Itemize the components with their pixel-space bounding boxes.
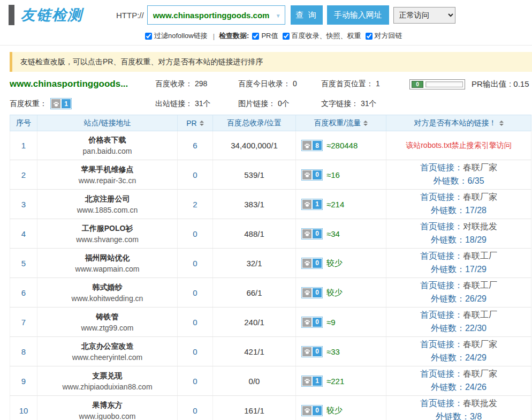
site-name[interactable]: 苹果手机维修点 xyxy=(81,165,134,175)
row-number: 5 xyxy=(21,259,26,268)
site-url-link[interactable]: www.wapmain.com xyxy=(75,265,140,273)
pr-value: 0 xyxy=(193,347,197,356)
site-name[interactable]: 价格表下载 xyxy=(89,136,126,145)
site-cell: 苹果手机维修点 www.repair-3c.cn xyxy=(37,160,178,189)
outlink-count-line: 外链数：17/29 xyxy=(420,264,497,275)
outlink-label: 外链数： xyxy=(436,412,470,420)
baidu-index-cell: 488/1 xyxy=(213,219,296,248)
table-row: 7 铸铁管 www.ztg99.com 0 240/1 0 ≈9 首页链 xyxy=(10,308,531,337)
baidu-weight-badge: 8 xyxy=(301,140,323,151)
outlink-value: 18/29 xyxy=(465,235,487,244)
filter-nofollow-checkbox[interactable] xyxy=(145,33,152,40)
site-url-link[interactable]: www.shvange.com xyxy=(76,235,139,244)
site-url-link[interactable]: www.repair-3c.cn xyxy=(79,176,136,185)
weight-cell: 0 ≈33 xyxy=(296,337,386,366)
baidu-index-cell: 34,400,000/1 xyxy=(213,131,296,160)
site-url-link[interactable]: www.iguobo.com xyxy=(79,412,136,420)
baidu-index-cell: 161/1 xyxy=(213,396,296,420)
header-backlink-sort[interactable]: 对方是否有本站的链接！ xyxy=(386,115,531,131)
pr-cell: 0 xyxy=(178,366,213,395)
outlink-label: 外链数： xyxy=(431,235,465,244)
home-link-line: 首页链接：春联工厂 xyxy=(420,310,497,321)
home-link-line: 首页链接：春联批发 xyxy=(420,398,497,409)
row-number: 6 xyxy=(21,288,26,297)
header-pr-sort[interactable]: PR xyxy=(178,115,213,131)
row-number: 1 xyxy=(21,141,26,150)
backlink-info: 首页链接：春联厂家 外链数：17/28 xyxy=(420,192,497,216)
table-row: 4 工作服POLO衫 www.shvange.com 0 488/1 0 ≈34 xyxy=(10,219,531,249)
outlink-label: 外链数： xyxy=(431,265,465,274)
site-name[interactable]: 福州网站优化 xyxy=(85,253,130,263)
site-url-link[interactable]: www.kohitwedding.cn xyxy=(72,294,143,303)
outlink-label: 外链数： xyxy=(431,294,465,303)
outlink-label: 外链数： xyxy=(431,382,465,392)
row-number-cell: 9 xyxy=(10,366,37,395)
home-link-anchor[interactable]: 春联厂家 xyxy=(463,192,497,201)
home-link-line: 首页链接：对联批发 xyxy=(420,221,497,232)
site-name[interactable]: 韩式婚纱 xyxy=(93,283,123,292)
header-site: 站点/链接地址 xyxy=(37,115,178,131)
backlink-info: 首页链接：春联工厂 外链数：22/30 xyxy=(420,310,497,334)
site-name[interactable]: 工作服POLO衫 xyxy=(82,224,133,234)
pr-checkbox[interactable] xyxy=(252,33,259,40)
outlink-value: 6/35 xyxy=(467,176,484,185)
backlink-info: 首页链接：春联批发 外链数：3/8 xyxy=(420,398,497,420)
outlink-count-line: 外链数：22/30 xyxy=(420,323,497,334)
home-link-anchor[interactable]: 春联工厂 xyxy=(463,281,497,290)
baidu-index-checkbox[interactable] xyxy=(283,33,290,40)
paw-icon xyxy=(302,170,311,179)
baidu-weight-badge: 0 xyxy=(301,346,323,357)
site-url-link[interactable]: www.cheeryintel.com xyxy=(72,353,143,362)
query-button[interactable]: 查 询 xyxy=(291,5,323,25)
backlink-cell: 首页链接：春联工厂 外链数：22/30 xyxy=(386,308,531,336)
home-link-anchor[interactable]: 春联工厂 xyxy=(463,310,497,319)
home-link-anchor[interactable]: 春联厂家 xyxy=(463,369,497,378)
backlink-checkbox[interactable] xyxy=(366,33,373,40)
weight-number: 0 xyxy=(313,259,322,268)
home-link-anchor[interactable]: 春联厂家 xyxy=(463,340,497,349)
manual-input-button[interactable]: 手动输入网址 xyxy=(327,5,389,25)
outlink-value: 26/29 xyxy=(465,294,487,303)
robots-error-text: 该站robots.txt禁止搜索引擎访问 xyxy=(406,141,512,151)
baidu-weight-badge: 0 xyxy=(301,169,323,181)
backlink-cell: 首页链接：春联厂家 外链数：17/28 xyxy=(386,190,531,219)
row-number-cell: 7 xyxy=(10,308,37,336)
row-number-cell: 4 xyxy=(10,219,37,248)
site-name[interactable]: 铸铁管 xyxy=(96,312,119,322)
pr-checkbox-label: PR值 xyxy=(261,31,278,41)
site-url-link[interactable]: pan.baidu.com xyxy=(83,147,132,155)
weight-cell: 1 ≈214 xyxy=(296,190,386,219)
outlink-value: 22/30 xyxy=(465,324,487,333)
table-row: 2 苹果手机维修点 www.repair-3c.cn 0 539/1 0 ≈16 xyxy=(10,160,531,190)
pr-meter: 0 xyxy=(409,79,465,89)
brand-accent-bar xyxy=(9,5,14,25)
site-url-link[interactable]: www.ztg99.com xyxy=(81,324,133,332)
header-weight-sort[interactable]: 百度权重/流量 xyxy=(296,115,386,131)
chevron-down-icon[interactable]: ▼ xyxy=(276,13,281,19)
site-url-link[interactable]: www.zhipiaoduixian88.com xyxy=(62,382,152,391)
site-name[interactable]: 北京办公室改造 xyxy=(81,342,134,351)
site-url-link[interactable]: www.1885.com.cn xyxy=(77,206,138,214)
baidu-weight-badge: 0 xyxy=(301,287,323,298)
site-cell: 福州网站优化 www.wapmain.com xyxy=(37,249,178,278)
site-name[interactable]: 北京注册公司 xyxy=(85,194,130,204)
baidu-index-cell: 66/1 xyxy=(213,278,296,307)
sort-icon xyxy=(363,121,368,126)
pr-meter-track xyxy=(425,81,463,87)
url-input[interactable] xyxy=(148,6,285,24)
home-link-anchor[interactable]: 春联工厂 xyxy=(463,251,497,260)
baidu-index-value: 421/1 xyxy=(244,347,264,356)
url-query-group: HTTP:// ▼ 查 询 手动输入网址 正常访问 xyxy=(116,5,455,25)
check-data-label: 检查数据: xyxy=(219,31,249,41)
traffic-estimate: ≈214 xyxy=(326,200,344,209)
site-name[interactable]: 支票兑现 xyxy=(93,371,123,381)
access-mode-select[interactable]: 正常访问 xyxy=(393,7,455,24)
home-link-anchor[interactable]: 春联批发 xyxy=(463,399,497,408)
home-link-anchor[interactable]: 春联厂家 xyxy=(463,163,497,172)
pr-value: 0 xyxy=(193,318,197,327)
row-number: 2 xyxy=(21,170,26,179)
site-name[interactable]: 果博东方 xyxy=(93,401,123,410)
home-link-anchor[interactable]: 对联批发 xyxy=(463,222,497,231)
pr-value: 0 xyxy=(193,288,197,297)
friend-links-table: 序号 站点/链接地址 PR 百度总收录/位置 百度权重/流量 对方是否有本站的链… xyxy=(10,115,531,420)
